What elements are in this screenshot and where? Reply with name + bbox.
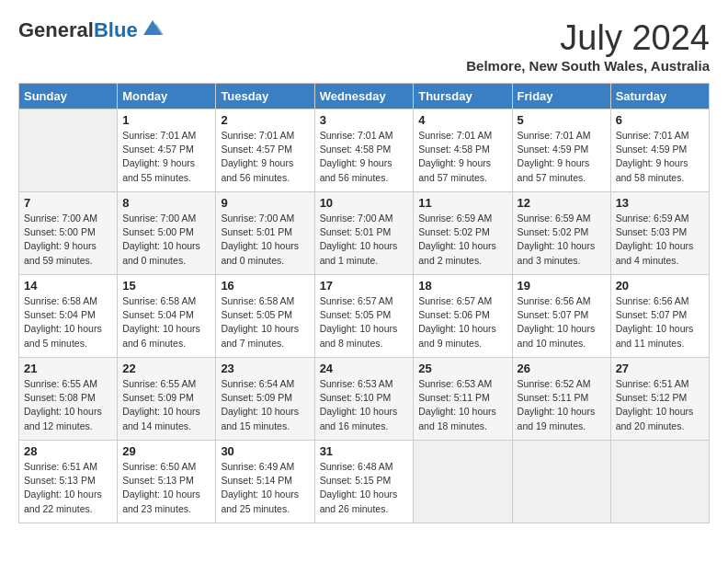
calendar-cell: 9Sunrise: 7:00 AMSunset: 5:01 PMDaylight… xyxy=(216,192,314,275)
day-number: 26 xyxy=(518,362,606,375)
calendar-cell: 29Sunrise: 6:50 AMSunset: 5:13 PMDayligh… xyxy=(118,441,216,523)
day-info: Sunrise: 6:59 AMSunset: 5:03 PMDaylight:… xyxy=(616,212,704,268)
calendar-cell: 31Sunrise: 6:48 AMSunset: 5:15 PMDayligh… xyxy=(314,441,414,523)
column-header-wednesday: Wednesday xyxy=(314,84,414,109)
day-info: Sunrise: 6:59 AMSunset: 5:02 PMDaylight:… xyxy=(518,212,606,268)
day-info: Sunrise: 6:58 AMSunset: 5:04 PMDaylight:… xyxy=(24,294,112,350)
day-number: 22 xyxy=(122,362,210,375)
calendar-cell: 22Sunrise: 6:55 AMSunset: 5:09 PMDayligh… xyxy=(118,358,216,441)
day-info: Sunrise: 6:49 AMSunset: 5:14 PMDaylight:… xyxy=(221,460,309,516)
calendar-cell xyxy=(512,441,610,523)
day-number: 12 xyxy=(518,196,606,210)
calendar-cell xyxy=(19,109,118,192)
calendar-cell xyxy=(414,441,512,523)
day-number: 14 xyxy=(24,279,112,293)
day-info: Sunrise: 7:01 AMSunset: 4:57 PMDaylight:… xyxy=(221,129,309,185)
day-info: Sunrise: 7:01 AMSunset: 4:57 PMDaylight:… xyxy=(122,129,210,185)
calendar-cell: 14Sunrise: 6:58 AMSunset: 5:04 PMDayligh… xyxy=(19,275,118,358)
week-row-1: 1Sunrise: 7:01 AMSunset: 4:57 PMDaylight… xyxy=(19,109,710,192)
day-info: Sunrise: 7:01 AMSunset: 4:59 PMDaylight:… xyxy=(616,129,704,185)
calendar-header-row: SundayMondayTuesdayWednesdayThursdayFrid… xyxy=(19,84,710,109)
week-row-2: 7Sunrise: 7:00 AMSunset: 5:00 PMDaylight… xyxy=(19,192,710,275)
calendar-cell: 30Sunrise: 6:49 AMSunset: 5:14 PMDayligh… xyxy=(216,441,314,523)
calendar-cell: 25Sunrise: 6:53 AMSunset: 5:11 PMDayligh… xyxy=(414,358,512,441)
calendar-cell: 20Sunrise: 6:56 AMSunset: 5:07 PMDayligh… xyxy=(610,275,709,358)
day-number: 17 xyxy=(320,279,409,293)
column-header-sunday: Sunday xyxy=(19,84,118,109)
calendar-cell: 11Sunrise: 6:59 AMSunset: 5:02 PMDayligh… xyxy=(414,192,512,275)
logo-icon xyxy=(140,18,165,39)
day-info: Sunrise: 6:57 AMSunset: 5:06 PMDaylight:… xyxy=(418,294,506,350)
calendar-cell: 4Sunrise: 7:01 AMSunset: 4:58 PMDaylight… xyxy=(414,109,512,192)
day-number: 24 xyxy=(320,362,409,375)
day-number: 2 xyxy=(221,113,309,127)
day-number: 6 xyxy=(616,113,704,127)
day-info: Sunrise: 6:55 AMSunset: 5:09 PMDaylight:… xyxy=(122,377,210,433)
day-info: Sunrise: 7:01 AMSunset: 4:58 PMDaylight:… xyxy=(418,129,506,185)
calendar-cell: 8Sunrise: 7:00 AMSunset: 5:00 PMDaylight… xyxy=(118,192,216,275)
title-block: July 2024 Belmore, New South Wales, Aust… xyxy=(466,18,710,74)
calendar-cell: 3Sunrise: 7:01 AMSunset: 4:58 PMDaylight… xyxy=(314,109,414,192)
calendar-cell: 12Sunrise: 6:59 AMSunset: 5:02 PMDayligh… xyxy=(512,192,610,275)
day-number: 31 xyxy=(320,444,409,458)
column-header-monday: Monday xyxy=(118,84,216,109)
week-row-5: 28Sunrise: 6:51 AMSunset: 5:13 PMDayligh… xyxy=(19,441,710,523)
day-number: 20 xyxy=(616,279,704,293)
calendar-cell: 19Sunrise: 6:56 AMSunset: 5:07 PMDayligh… xyxy=(512,275,610,358)
column-header-saturday: Saturday xyxy=(610,84,709,109)
day-number: 19 xyxy=(518,279,606,293)
calendar-cell: 5Sunrise: 7:01 AMSunset: 4:59 PMDaylight… xyxy=(512,109,610,192)
logo-blue: Blue xyxy=(94,18,138,42)
day-number: 11 xyxy=(418,196,506,210)
day-number: 27 xyxy=(616,362,704,375)
calendar-cell: 17Sunrise: 6:57 AMSunset: 5:05 PMDayligh… xyxy=(314,275,414,358)
calendar-table: SundayMondayTuesdayWednesdayThursdayFrid… xyxy=(18,83,710,523)
day-number: 13 xyxy=(616,196,704,210)
month-title: July 2024 xyxy=(466,18,710,58)
day-number: 1 xyxy=(122,113,210,127)
calendar-cell: 2Sunrise: 7:01 AMSunset: 4:57 PMDaylight… xyxy=(216,109,314,192)
day-info: Sunrise: 7:00 AMSunset: 5:01 PMDaylight:… xyxy=(221,212,309,268)
day-number: 10 xyxy=(320,196,409,210)
calendar-cell: 10Sunrise: 7:00 AMSunset: 5:01 PMDayligh… xyxy=(314,192,414,275)
day-info: Sunrise: 7:01 AMSunset: 4:59 PMDaylight:… xyxy=(518,129,606,185)
calendar-cell: 28Sunrise: 6:51 AMSunset: 5:13 PMDayligh… xyxy=(19,441,118,523)
day-info: Sunrise: 6:59 AMSunset: 5:02 PMDaylight:… xyxy=(418,212,506,268)
day-info: Sunrise: 7:00 AMSunset: 5:00 PMDaylight:… xyxy=(24,212,112,268)
calendar-cell: 24Sunrise: 6:53 AMSunset: 5:10 PMDayligh… xyxy=(314,358,414,441)
calendar-cell: 21Sunrise: 6:55 AMSunset: 5:08 PMDayligh… xyxy=(19,358,118,441)
calendar-cell: 23Sunrise: 6:54 AMSunset: 5:09 PMDayligh… xyxy=(216,358,314,441)
calendar-cell: 7Sunrise: 7:00 AMSunset: 5:00 PMDaylight… xyxy=(19,192,118,275)
day-info: Sunrise: 6:52 AMSunset: 5:11 PMDaylight:… xyxy=(518,377,606,433)
day-number: 7 xyxy=(24,196,112,210)
day-number: 21 xyxy=(24,362,112,375)
day-number: 9 xyxy=(221,196,309,210)
calendar-cell: 6Sunrise: 7:01 AMSunset: 4:59 PMDaylight… xyxy=(610,109,709,192)
day-number: 15 xyxy=(122,279,210,293)
day-info: Sunrise: 7:00 AMSunset: 5:01 PMDaylight:… xyxy=(320,212,409,268)
day-info: Sunrise: 6:53 AMSunset: 5:10 PMDaylight:… xyxy=(320,377,409,433)
day-info: Sunrise: 6:55 AMSunset: 5:08 PMDaylight:… xyxy=(24,377,112,433)
column-header-thursday: Thursday xyxy=(414,84,512,109)
calendar-cell: 18Sunrise: 6:57 AMSunset: 5:06 PMDayligh… xyxy=(414,275,512,358)
column-header-tuesday: Tuesday xyxy=(216,84,314,109)
day-info: Sunrise: 6:58 AMSunset: 5:05 PMDaylight:… xyxy=(221,294,309,350)
day-info: Sunrise: 6:57 AMSunset: 5:05 PMDaylight:… xyxy=(320,294,409,350)
day-number: 4 xyxy=(418,113,506,127)
calendar-cell xyxy=(610,441,709,523)
day-info: Sunrise: 6:54 AMSunset: 5:09 PMDaylight:… xyxy=(221,377,309,433)
day-info: Sunrise: 6:51 AMSunset: 5:12 PMDaylight:… xyxy=(616,377,704,433)
day-info: Sunrise: 6:48 AMSunset: 5:15 PMDaylight:… xyxy=(320,460,409,516)
day-number: 5 xyxy=(518,113,606,127)
calendar-cell: 26Sunrise: 6:52 AMSunset: 5:11 PMDayligh… xyxy=(512,358,610,441)
day-number: 8 xyxy=(122,196,210,210)
day-info: Sunrise: 6:50 AMSunset: 5:13 PMDaylight:… xyxy=(122,460,210,516)
day-number: 28 xyxy=(24,444,112,458)
day-number: 30 xyxy=(221,444,309,458)
day-info: Sunrise: 7:01 AMSunset: 4:58 PMDaylight:… xyxy=(320,129,409,185)
day-number: 25 xyxy=(418,362,506,375)
calendar-cell: 27Sunrise: 6:51 AMSunset: 5:12 PMDayligh… xyxy=(610,358,709,441)
week-row-3: 14Sunrise: 6:58 AMSunset: 5:04 PMDayligh… xyxy=(19,275,710,358)
column-header-friday: Friday xyxy=(512,84,610,109)
day-number: 29 xyxy=(122,444,210,458)
